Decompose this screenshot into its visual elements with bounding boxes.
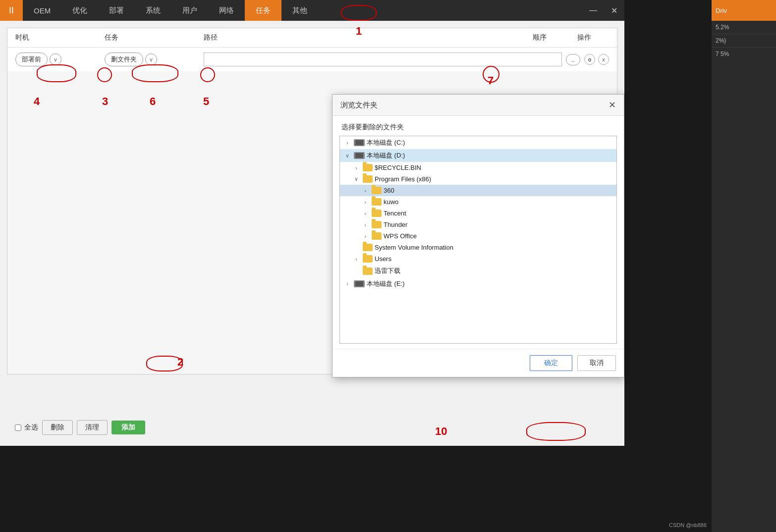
dialog-close-btn[interactable]: ✕: [609, 100, 616, 110]
tree-item-7[interactable]: ›Thunder: [340, 219, 616, 230]
menu-optimize[interactable]: 优化: [61, 0, 98, 21]
ok-button[interactable]: 确定: [530, 355, 572, 371]
delete-button[interactable]: 删除: [42, 420, 73, 435]
select-all-checkbox[interactable]: [15, 425, 21, 431]
dialog-footer: 确定 取消: [333, 349, 624, 377]
drive-icon-12: [354, 280, 365, 287]
tree-toggle-0[interactable]: ›: [343, 140, 352, 146]
minimize-button[interactable]: —: [583, 0, 604, 21]
menu-system[interactable]: 系统: [135, 0, 171, 21]
menu-task[interactable]: 任务: [245, 0, 281, 21]
annot-ellipse-machine-arrow: [97, 67, 112, 82]
menu-network[interactable]: 网络: [208, 0, 245, 21]
task-dropdown-btn[interactable]: 删文件夹: [105, 53, 143, 66]
annotation-4: 4: [34, 95, 40, 108]
col-order-header: 顺序: [520, 33, 559, 42]
tree-item-3[interactable]: ∨Program Files (x86): [340, 173, 616, 185]
annotation-7: 7: [488, 74, 494, 87]
window-controls: — ✕: [583, 0, 624, 21]
drive-icon-0: [354, 139, 365, 146]
tree-toggle-5[interactable]: ›: [361, 199, 370, 205]
action-group: o x: [584, 54, 609, 65]
folder-icon-10: [363, 255, 373, 263]
tree-toggle-8[interactable]: ›: [361, 233, 370, 239]
drive-icon-1: [354, 152, 365, 159]
tree-label-1: 本地磁盘 (D:): [367, 151, 405, 160]
select-all-label[interactable]: 全选: [15, 423, 38, 432]
tree-item-10[interactable]: ›Users: [340, 253, 616, 265]
folder-icon-7: [372, 221, 382, 228]
tree-item-11[interactable]: 迅雷下载: [340, 265, 616, 277]
annot-ellipse-task-tab: [341, 5, 377, 21]
folder-icon-5: [372, 198, 382, 206]
machine-dropdown-arrow[interactable]: v: [50, 53, 61, 65]
tree-label-6: Tencent: [384, 210, 406, 217]
side-panel-header: Driv: [712, 0, 776, 21]
tree-label-0: 本地磁盘 (C:): [367, 138, 405, 147]
tree-label-2: $RECYCLE.BIN: [375, 164, 421, 171]
add-button[interactable]: 添加: [111, 421, 145, 434]
tree-label-9: System Volume Information: [375, 244, 453, 251]
cancel-button[interactable]: 取消: [577, 355, 616, 371]
table-header: 时机 任务 路径 顺序 操作: [7, 28, 617, 48]
menu-oem[interactable]: OEM: [23, 0, 61, 21]
annotation-3: 3: [102, 95, 108, 108]
annot-ellipse-task: [132, 64, 178, 82]
tree-toggle-4[interactable]: ›: [361, 188, 370, 194]
tree-item-12[interactable]: ›本地磁盘 (E:): [340, 277, 616, 290]
tree-item-0[interactable]: ›本地磁盘 (C:): [340, 136, 616, 149]
action-del-btn[interactable]: x: [598, 54, 609, 65]
menu-other[interactable]: 其他: [281, 0, 318, 21]
tree-item-1[interactable]: ∨本地磁盘 (D:): [340, 149, 616, 162]
tree-item-4[interactable]: ›360: [340, 185, 616, 196]
credit: CSDN @nb886: [669, 522, 707, 528]
annot-ellipse-ok: [526, 422, 586, 441]
col-machine-header: 时机: [15, 33, 105, 42]
task-dropdown-arrow[interactable]: v: [145, 53, 157, 65]
tree-toggle-6[interactable]: ›: [361, 211, 370, 216]
dialog-subtitle: 选择要删除的文件夹: [333, 116, 624, 136]
annotation-1: 1: [356, 25, 362, 38]
tree-toggle-2[interactable]: ›: [352, 165, 361, 171]
tree-toggle-12[interactable]: ›: [343, 281, 352, 287]
tree-item-5[interactable]: ›kuwo: [340, 196, 616, 208]
tree-label-10: Users: [375, 255, 391, 263]
annot-ellipse-machine: [37, 64, 76, 82]
action-ok-btn[interactable]: o: [584, 54, 595, 65]
tree-item-2[interactable]: ›$RECYCLE.BIN: [340, 162, 616, 173]
dialog-title-bar: 浏览文件夹 ✕: [333, 95, 624, 116]
tree-item-6[interactable]: ›Tencent: [340, 208, 616, 219]
folder-icon-2: [363, 164, 373, 171]
tree-label-11: 迅雷下载: [375, 266, 400, 275]
clear-button[interactable]: 清理: [77, 420, 108, 435]
folder-tree[interactable]: ›本地磁盘 (C:)∨本地磁盘 (D:)›$RECYCLE.BIN∨Progra…: [339, 136, 617, 344]
tree-toggle-7[interactable]: ›: [361, 222, 370, 228]
tree-label-7: Thunder: [384, 221, 407, 228]
annot-ellipse-task-arrow: [200, 67, 215, 82]
tree-toggle-10[interactable]: ›: [352, 256, 361, 262]
machine-dropdown-btn[interactable]: 部署前: [15, 53, 48, 66]
menu-user[interactable]: 用户: [171, 0, 208, 21]
tree-item-9[interactable]: System Volume Information: [340, 242, 616, 253]
col-action-header: 操作: [559, 33, 609, 42]
tree-label-4: 360: [384, 187, 394, 194]
close-button[interactable]: ✕: [604, 0, 624, 21]
folder-browser-dialog: 浏览文件夹 ✕ 选择要删除的文件夹 ›本地磁盘 (C:)∨本地磁盘 (D:)›$…: [332, 94, 624, 377]
menu-bar: II OEM 优化 部署 系统 用户 网络 任务 其他 — ✕: [0, 0, 624, 21]
side-info-1: 5.2%: [712, 21, 776, 34]
tree-item-8[interactable]: ›WPS Office: [340, 230, 616, 242]
tree-label-3: Program Files (x86): [375, 175, 431, 183]
task-row: 部署前 v 删文件夹 v .. o x: [7, 48, 617, 71]
pause-button[interactable]: II: [0, 0, 23, 21]
browse-button[interactable]: ..: [566, 54, 580, 65]
path-input[interactable]: [204, 53, 562, 66]
tree-toggle-3[interactable]: ∨: [352, 176, 361, 182]
tree-label-12: 本地磁盘 (E:): [367, 279, 405, 288]
tree-toggle-1[interactable]: ∨: [343, 153, 352, 159]
folder-icon-3: [363, 175, 373, 183]
folder-icon-6: [372, 210, 382, 217]
menu-deploy[interactable]: 部署: [98, 0, 135, 21]
annotation-5: 5: [203, 95, 209, 108]
bottom-bar: 全选 删除 清理 添加: [7, 416, 617, 439]
side-panel: Driv 5.2% 2%) 7 5%: [712, 0, 776, 532]
